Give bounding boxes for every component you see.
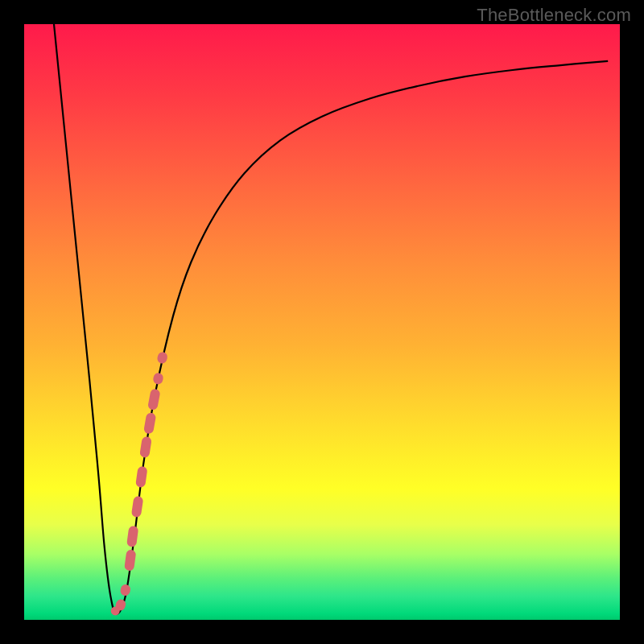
watermark-text: TheBottleneck.com	[477, 5, 631, 26]
marker-capsule	[114, 598, 127, 612]
marker-capsule	[139, 436, 152, 459]
marker-capsule	[124, 549, 136, 571]
marker-capsule	[143, 412, 156, 435]
marker-capsule	[152, 372, 164, 385]
marker-capsule	[131, 496, 144, 518]
highlighted-markers	[111, 351, 169, 615]
chart-svg	[24, 24, 620, 620]
bottleneck-curve	[54, 24, 608, 614]
marker-capsule	[156, 351, 168, 365]
marker-capsule	[147, 388, 161, 411]
marker-capsule	[126, 526, 138, 547]
marker-capsule	[119, 584, 131, 597]
plot-area	[24, 24, 620, 620]
chart-frame: TheBottleneck.com	[0, 0, 644, 644]
marker-capsule	[135, 466, 147, 488]
marker-dot	[111, 606, 120, 615]
